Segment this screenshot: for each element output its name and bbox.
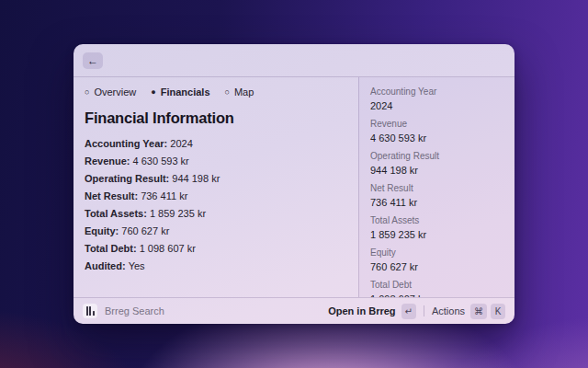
metadata-label: Revenue [370, 119, 503, 129]
detail-pane: ○Overview●Financials○Map Financial Infor… [74, 77, 358, 297]
field-row: Audited: Yes [85, 261, 347, 271]
app-name: Brreg Search [105, 305, 164, 316]
field-label: Equity: [85, 225, 121, 236]
footer-divider [424, 305, 424, 316]
field-value: 1 859 235 kr [150, 208, 206, 219]
metadata-value: 2024 [370, 100, 503, 112]
field-value: 2024 [170, 138, 192, 149]
return-key-icon[interactable]: ↵ [401, 304, 416, 319]
metadata-value: 944 198 kr [370, 165, 503, 177]
window-body: ○Overview●Financials○Map Financial Infor… [74, 77, 514, 297]
field-value: 1 098 607 kr [140, 243, 196, 254]
field-label: Accounting Year: [85, 138, 170, 149]
field-row: Net Result: 736 411 kr [85, 191, 347, 201]
field-row: Equity: 760 627 kr [85, 226, 347, 236]
field-label: Total Debt: [85, 243, 140, 254]
field-label: Operating Result: [85, 173, 172, 184]
tab-label: Map [234, 86, 254, 98]
metadata-value: 1 098 607 kr [370, 293, 503, 297]
metadata-item: Total Assets1 859 235 kr [370, 215, 503, 241]
field-value: Yes [129, 260, 145, 271]
metadata-item: Equity760 627 kr [370, 247, 503, 273]
metadata-label: Operating Result [370, 151, 503, 161]
key-k[interactable]: K [491, 304, 505, 319]
metadata-value: 736 411 kr [370, 197, 503, 209]
metadata-item: Total Debt1 098 607 kr [370, 280, 503, 297]
tab-financials[interactable]: ●Financials [151, 86, 209, 98]
metadata-item: Operating Result944 198 kr [370, 151, 503, 177]
radio-unselected-icon: ○ [85, 88, 89, 97]
back-arrow-icon: ← [87, 54, 98, 67]
actions-keys: ⌘K [470, 304, 505, 319]
footer-actions: Open in Brreg ↵ Actions ⌘K [328, 304, 505, 319]
tab-overview[interactable]: ○Overview [85, 86, 136, 98]
field-label: Audited: [85, 260, 129, 271]
metadata-value: 1 859 235 kr [370, 229, 503, 241]
command-key-icon[interactable]: ⌘ [470, 304, 487, 319]
metadata-label: Total Debt [370, 280, 503, 290]
page-title: Financial Information [85, 109, 347, 127]
metadata-sidebar: Accounting Year2024Revenue4 630 593 krOp… [358, 77, 514, 297]
metadata-item: Net Result736 411 kr [370, 183, 503, 209]
radio-unselected-icon: ○ [225, 88, 230, 97]
metadata-value: 760 627 kr [370, 261, 503, 273]
tab-map[interactable]: ○Map [225, 86, 254, 98]
tab-label: Overview [94, 86, 136, 98]
field-value: 736 411 kr [141, 190, 187, 201]
field-label: Total Assets: [85, 208, 150, 219]
field-row: Total Assets: 1 859 235 kr [85, 209, 347, 219]
field-value: 944 198 kr [172, 173, 220, 184]
raycast-window: ← ○Overview●Financials○Map Financial Inf… [74, 44, 514, 324]
field-value: 4 630 593 kr [133, 155, 189, 167]
metadata-value: 4 630 593 kr [370, 132, 503, 144]
metadata-label: Total Assets [370, 215, 503, 225]
metadata-label: Accounting Year [370, 86, 503, 97]
actions-button[interactable]: Actions [432, 305, 465, 316]
brreg-logo-icon [83, 304, 97, 318]
field-row: Revenue: 4 630 593 kr [85, 156, 347, 167]
field-value: 760 627 kr [121, 225, 169, 236]
metadata-item: Revenue4 630 593 kr [370, 119, 503, 144]
tab-label: Financials [161, 86, 210, 98]
metadata-label: Equity [370, 247, 503, 258]
field-row: Accounting Year: 2024 [85, 139, 347, 149]
radio-selected-icon: ● [151, 88, 155, 97]
back-button[interactable]: ← [83, 52, 103, 69]
field-list: Accounting Year: 2024Revenue: 4 630 593 … [85, 139, 347, 271]
field-label: Revenue: [85, 155, 133, 167]
tab-bar: ○Overview●Financials○Map [85, 86, 347, 98]
action-bar: Brreg Search Open in Brreg ↵ Actions ⌘K [74, 297, 514, 324]
open-in-brreg-button[interactable]: Open in Brreg [328, 305, 395, 316]
field-label: Net Result: [85, 190, 141, 201]
metadata-item: Accounting Year2024 [370, 86, 503, 112]
metadata-label: Net Result [370, 183, 503, 193]
field-row: Total Debt: 1 098 607 kr [85, 244, 347, 254]
field-row: Operating Result: 944 198 kr [85, 174, 347, 184]
window-header: ← [74, 44, 514, 77]
